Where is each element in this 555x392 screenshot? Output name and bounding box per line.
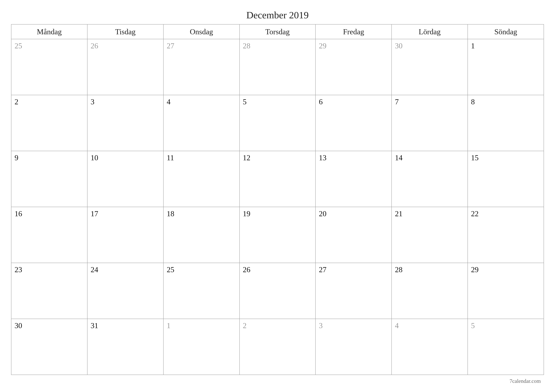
calendar-day-cell: 7 <box>392 95 468 151</box>
calendar-day-cell: 11 <box>163 151 240 207</box>
calendar-day-cell: 8 <box>468 95 544 151</box>
weekday-header: Lördag <box>392 24 468 39</box>
calendar-day-cell: 25 <box>11 39 87 95</box>
calendar-day-cell: 5 <box>240 95 316 151</box>
calendar-title: December 2019 <box>11 9 544 21</box>
calendar-day-cell: 28 <box>240 39 316 95</box>
calendar-day-cell: 27 <box>163 39 240 95</box>
calendar-day-cell: 4 <box>163 95 240 151</box>
weekday-header: Torsdag <box>240 24 316 39</box>
calendar-page: December 2019 Måndag Tisdag Onsdag Torsd… <box>0 0 555 392</box>
calendar-day-cell: 24 <box>87 263 163 319</box>
calendar-week-row: 23242526272829 <box>11 263 544 319</box>
calendar-day-cell: 30 <box>11 319 87 375</box>
calendar-week-row: 2526272829301 <box>11 39 544 95</box>
calendar-day-cell: 13 <box>315 151 392 207</box>
calendar-day-cell: 20 <box>315 207 392 263</box>
calendar-day-cell: 22 <box>468 207 544 263</box>
calendar-day-cell: 5 <box>468 319 544 375</box>
calendar-day-cell: 23 <box>11 263 87 319</box>
calendar-day-cell: 3 <box>87 95 163 151</box>
calendar-day-cell: 1 <box>468 39 544 95</box>
weekday-header: Fredag <box>315 24 392 39</box>
calendar-day-cell: 9 <box>11 151 87 207</box>
calendar-day-cell: 19 <box>240 207 316 263</box>
calendar-day-cell: 4 <box>392 319 468 375</box>
calendar-day-cell: 29 <box>315 39 392 95</box>
calendar-day-cell: 28 <box>392 263 468 319</box>
calendar-day-cell: 30 <box>392 39 468 95</box>
calendar-day-cell: 17 <box>87 207 163 263</box>
calendar-day-cell: 1 <box>163 319 240 375</box>
weekday-header: Måndag <box>11 24 87 39</box>
calendar-day-cell: 10 <box>87 151 163 207</box>
calendar-day-cell: 31 <box>87 319 163 375</box>
calendar-grid: Måndag Tisdag Onsdag Torsdag Fredag Lörd… <box>11 24 544 375</box>
calendar-day-cell: 2 <box>11 95 87 151</box>
weekday-header: Söndag <box>468 24 544 39</box>
calendar-day-cell: 26 <box>240 263 316 319</box>
calendar-day-cell: 18 <box>163 207 240 263</box>
calendar-week-row: 2345678 <box>11 95 544 151</box>
calendar-day-cell: 3 <box>315 319 392 375</box>
calendar-day-cell: 29 <box>468 263 544 319</box>
calendar-day-cell: 2 <box>240 319 316 375</box>
calendar-day-cell: 26 <box>87 39 163 95</box>
footer-credit: 7calendar.com <box>510 378 541 384</box>
calendar-day-cell: 12 <box>240 151 316 207</box>
calendar-week-row: 9101112131415 <box>11 151 544 207</box>
calendar-day-cell: 6 <box>315 95 392 151</box>
calendar-body: 2526272829301234567891011121314151617181… <box>11 39 544 375</box>
calendar-week-row: 16171819202122 <box>11 207 544 263</box>
calendar-day-cell: 21 <box>392 207 468 263</box>
calendar-day-cell: 25 <box>163 263 240 319</box>
calendar-day-cell: 15 <box>468 151 544 207</box>
calendar-week-row: 303112345 <box>11 319 544 375</box>
weekday-header: Tisdag <box>87 24 163 39</box>
weekday-header: Onsdag <box>163 24 240 39</box>
calendar-day-cell: 16 <box>11 207 87 263</box>
calendar-day-cell: 27 <box>315 263 392 319</box>
weekday-header-row: Måndag Tisdag Onsdag Torsdag Fredag Lörd… <box>11 24 544 39</box>
calendar-day-cell: 14 <box>392 151 468 207</box>
